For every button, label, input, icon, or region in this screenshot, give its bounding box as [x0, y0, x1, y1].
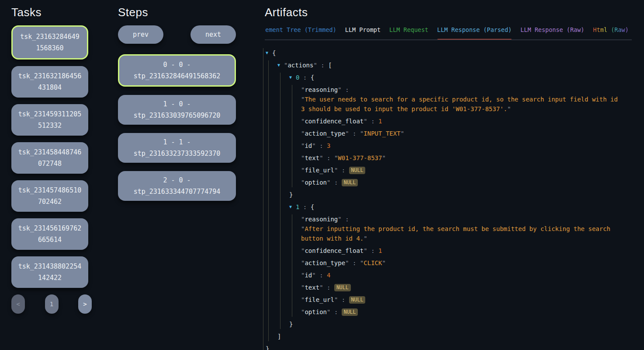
json-open-row: ▼{ [266, 48, 632, 58]
json-tree-viewer: ▼{▼"actions" : [▼0 : {"reasoning" : "The… [263, 48, 632, 350]
task-button[interactable]: tsk_231632846491568360 [11, 25, 88, 60]
steps-prev-button[interactable]: prev [118, 25, 163, 44]
task-button[interactable]: tsk_231459311205512332 [11, 104, 88, 136]
json-entry-row: "action_type" : "INPUT_TEXT" [301, 129, 632, 138]
null-badge: NULL [342, 179, 358, 186]
pagination-page-button[interactable]: 1 [45, 294, 59, 314]
steps-nav: prev next [118, 25, 236, 44]
json-open-row: ▼1 : { [289, 202, 632, 212]
json-key: file_url [305, 296, 334, 303]
collapse-triangle-icon[interactable]: ▼ [289, 73, 296, 82]
json-children: "reasoning" : "The user needs to search … [292, 85, 632, 187]
collapse-triangle-icon[interactable]: ▼ [289, 202, 296, 212]
json-children: ▼"actions" : [▼0 : {"reasoning" : "The u… [268, 60, 632, 341]
json-number-value: 4 [327, 272, 330, 279]
steps-list: 0 - 0 - stp_2316328464915683621 - 0 - st… [118, 54, 236, 201]
json-key: option [305, 308, 327, 315]
task-button[interactable]: tsk_231457486510702462 [11, 180, 88, 212]
json-key: file_url [305, 167, 334, 174]
json-entry-row: "confidence_float" : 1 [301, 116, 632, 126]
json-number-value: 3 [327, 142, 330, 149]
json-string-block: "After inputting the product id, the sea… [301, 224, 620, 243]
json-key: confidence_float [305, 118, 364, 125]
json-key: reasoning [305, 216, 338, 223]
tasks-list: tsk_231632846491568360tsk_23163218645643… [11, 25, 88, 288]
task-button[interactable]: tsk_231438802254142422 [11, 256, 88, 288]
json-entry-row: "confidence_float" : 1 [301, 246, 632, 256]
task-button[interactable]: tsk_231458448746072748 [11, 142, 88, 174]
json-string-value: CLICK [364, 259, 382, 266]
null-badge: NULL [349, 167, 366, 174]
step-button[interactable]: 1 - 1 - stp_231633237333592370 [118, 133, 236, 163]
null-badge: NULL [349, 296, 366, 304]
json-entry-row: "reasoning" : [301, 214, 632, 224]
json-close-row: } [289, 190, 632, 200]
json-key: reasoning [305, 86, 338, 93]
step-button[interactable]: 1 - 0 - stp_231633039765096720 [118, 95, 236, 125]
json-key: id [305, 272, 312, 279]
steps-next-button[interactable]: next [190, 25, 236, 44]
tab-llm-response-parsed[interactable]: LLM Response (Parsed) [437, 26, 512, 34]
tab-llm-prompt[interactable]: LLM Prompt [345, 26, 381, 34]
json-children: ▼0 : {"reasoning" : "The user needs to s… [280, 73, 632, 329]
tasks-pagination: < 1 > [11, 294, 92, 314]
json-children: "reasoning" : "After inputting the produ… [292, 214, 632, 317]
pagination-next-button[interactable]: > [78, 294, 92, 314]
json-entry-row: "text" : NULL [301, 283, 632, 292]
step-button[interactable]: 0 - 0 - stp_231632846491568362 [118, 54, 236, 87]
json-entry-row: "option" : NULL [301, 178, 632, 187]
json-entry-row: "action_type" : "CLICK" [301, 258, 632, 268]
artifacts-title: Artifacts [265, 5, 632, 19]
json-key: confidence_float [305, 247, 364, 254]
json-entry-row: "id" : 4 [301, 270, 632, 280]
tasks-title: Tasks [11, 5, 88, 19]
json-key: actions [287, 62, 313, 69]
null-badge: NULL [342, 308, 358, 316]
step-button[interactable]: 2 - 0 - stp_231633344707774794 [118, 171, 236, 201]
json-key: option [305, 179, 327, 186]
json-string-value: After inputting the product id, the sear… [301, 225, 610, 242]
json-entry-row: "option" : NULL [301, 307, 632, 317]
json-entry-row: "id" : 3 [301, 141, 632, 150]
tab-llm-request[interactable]: LLM Request [389, 26, 428, 34]
json-close-row: } [289, 319, 632, 329]
json-entry-row: "reasoning" : [301, 85, 632, 94]
collapse-triangle-icon[interactable]: ▼ [277, 60, 284, 70]
json-key: text [305, 284, 319, 291]
artifacts-tab-bar: Element Tree (Trimmed)LLM PromptLLM Requ… [265, 26, 632, 40]
json-entry-row: "text" : "W01-377-8537" [301, 153, 632, 163]
null-badge: NULL [334, 284, 351, 291]
json-entry-row: "file_url" : NULL [301, 295, 632, 304]
task-button[interactable]: tsk_231632186456431804 [11, 66, 88, 98]
pagination-prev-button[interactable]: < [11, 294, 25, 314]
json-number-value: 1 [378, 247, 382, 254]
steps-title: Steps [118, 5, 236, 19]
json-string-value: W01-377-8537 [338, 154, 382, 161]
json-open-row: ▼0 : { [289, 73, 632, 82]
json-key: action_type [305, 259, 345, 266]
tasks-panel: Tasks tsk_231632846491568360tsk_23163218… [11, 0, 88, 314]
json-key: action_type [305, 130, 345, 137]
json-close-row: } [266, 344, 632, 350]
json-string-value: The user needs to search for a specific … [301, 96, 618, 112]
task-button[interactable]: tsk_231456169762665614 [11, 218, 88, 250]
json-key: id [305, 142, 312, 149]
tab-html-raw[interactable]: Html (Raw) [593, 26, 629, 34]
json-string-block: "The user needs to search for a specific… [301, 94, 620, 114]
json-entry-row: "file_url" : NULL [301, 165, 632, 175]
steps-panel: Steps prev next 0 - 0 - stp_231632846491… [118, 0, 236, 209]
json-string-value: INPUT_TEXT [364, 130, 400, 137]
json-open-row: ▼"actions" : [ [277, 60, 632, 70]
json-number-value: 1 [378, 118, 382, 125]
json-close-row: ] [277, 332, 632, 341]
tab-element-tree-trimmed[interactable]: Element Tree (Trimmed) [265, 26, 336, 34]
collapse-triangle-icon[interactable]: ▼ [266, 48, 272, 58]
artifacts-panel: Artifacts Element Tree (Trimmed)LLM Prom… [265, 0, 632, 350]
json-key: text [305, 154, 319, 161]
tab-llm-response-raw[interactable]: LLM Response (Raw) [520, 26, 584, 34]
